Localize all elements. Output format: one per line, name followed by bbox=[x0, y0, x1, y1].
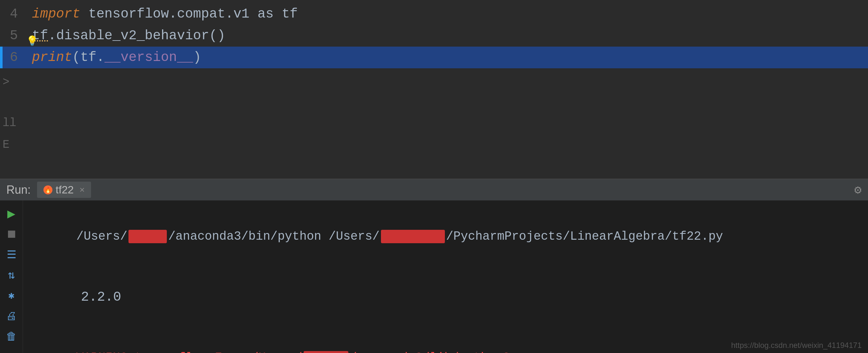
code-line-4: 4 import tensorflow.compat.v1 as tf bbox=[0, 3, 868, 25]
watermark: https://blog.csdn.net/weixin_41194171 bbox=[731, 341, 862, 350]
clear-button[interactable]: 🗑 bbox=[3, 328, 20, 345]
bracket-hint: > bbox=[3, 71, 868, 93]
tf-alias: tf bbox=[282, 6, 298, 22]
rerun-menu-button[interactable]: ☰ bbox=[3, 246, 20, 263]
version-attr: __version__ bbox=[104, 50, 193, 65]
run-panel-header: Run: 🔥 tf22 × ⚙ bbox=[0, 179, 868, 201]
run-tab[interactable]: 🔥 tf22 × bbox=[37, 182, 91, 198]
paren-open: ( bbox=[72, 50, 80, 65]
path-project: /PycharmProjects/LinearAlgebra/tf22.py bbox=[446, 230, 723, 243]
module-name: tensorflow.compat.v1 bbox=[88, 6, 257, 22]
empty-editor-space: > ll E bbox=[0, 68, 868, 158]
run-panel-body: ▶ ⏹ ☰ ⇅ ✱ 🖨 🗑 /Users//anaconda3/bin/pyth… bbox=[0, 201, 868, 353]
pipe-hint: ll bbox=[3, 112, 868, 134]
output-command-line: /Users//anaconda3/bin/python /Users//Pyc… bbox=[33, 207, 859, 266]
warning-start: WARNING:tensorflow:From /Users/ bbox=[76, 351, 302, 353]
line-content-5: tf.disable_v2_behavior() bbox=[26, 25, 225, 46]
line-number-5: 5 bbox=[0, 25, 26, 46]
e-hint: E bbox=[3, 134, 868, 156]
run-label: Run: bbox=[6, 183, 31, 197]
line-number-6: 6 bbox=[3, 46, 26, 68]
run-toolbar: ▶ ⏹ ☰ ⇅ ✱ 🖨 🗑 bbox=[0, 201, 23, 353]
lightbulb-icon[interactable]: 💡 bbox=[26, 31, 38, 52]
tab-flame-icon: 🔥 bbox=[43, 185, 53, 195]
paren-close: ) bbox=[193, 50, 201, 65]
warning-path: /anaconda3/lib/python3 bbox=[350, 351, 510, 353]
code-lines: 4 import tensorflow.compat.v1 as tf 5 tf… bbox=[0, 0, 868, 161]
tab-close-button[interactable]: × bbox=[80, 185, 85, 195]
disable-v2: .disable_v2_behavior() bbox=[48, 28, 225, 43]
space bbox=[80, 6, 88, 22]
code-line-5: 5 tf.disable_v2_behavior() 💡 bbox=[0, 25, 868, 46]
path-prefix: /Users/ bbox=[76, 230, 127, 243]
watermark-text: https://blog.csdn.net/weixin_41194171 bbox=[731, 341, 862, 350]
line-number-4: 4 bbox=[0, 3, 26, 25]
run-output: /Users//anaconda3/bin/python /Users//Pyc… bbox=[23, 201, 868, 353]
version-number: 2.2.0 bbox=[81, 289, 121, 305]
keyword-as: as bbox=[257, 6, 274, 22]
line-content-4: import tensorflow.compat.v1 as tf bbox=[26, 3, 298, 25]
output-version-line: 2.2.0 bbox=[33, 268, 859, 327]
redacted-username-2 bbox=[381, 230, 445, 243]
code-line-6: 6 print(tf.__version__) bbox=[0, 46, 868, 68]
tab-name: tf22 bbox=[56, 183, 74, 196]
redacted-warning-user bbox=[304, 351, 348, 353]
run-button[interactable]: ▶ bbox=[3, 206, 20, 222]
line-content-6: print(tf.__version__) bbox=[26, 46, 201, 68]
line-indicator bbox=[0, 46, 3, 68]
side-hints: > ll E bbox=[0, 68, 868, 156]
redacted-username-1 bbox=[128, 230, 167, 243]
tf-ref2: tf. bbox=[80, 50, 104, 65]
settings-gear-icon[interactable]: ⚙ bbox=[854, 183, 862, 197]
keyword-import: import bbox=[32, 6, 80, 22]
space2 bbox=[274, 6, 282, 22]
scroll-button[interactable]: ⇅ bbox=[3, 267, 20, 283]
pin-button[interactable]: ✱ bbox=[3, 287, 20, 304]
editor-area: 4 import tensorflow.compat.v1 as tf 5 tf… bbox=[0, 0, 868, 179]
path-anaconda: /anaconda3/bin/python /Users/ bbox=[168, 230, 379, 243]
stop-button[interactable]: ⏹ bbox=[3, 226, 20, 243]
print-button[interactable]: 🖨 bbox=[3, 308, 20, 324]
